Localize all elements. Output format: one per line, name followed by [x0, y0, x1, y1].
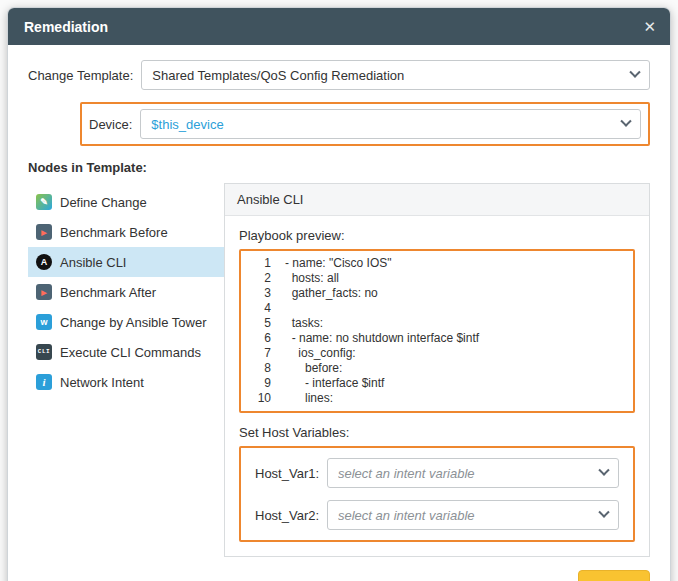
code-line: 7 ios_config:: [241, 346, 629, 361]
sidebar-item-execute-cli-commands[interactable]: CLI Execute CLI Commands: [28, 337, 224, 367]
cli-icon: CLI: [36, 344, 52, 360]
host-var1-label: Host_Var1:: [255, 466, 327, 481]
playbook-preview[interactable]: 1- name: "Cisco IOS" 2 hosts: all 3 gath…: [239, 249, 635, 413]
remediation-dialog: Remediation ✕ Change Template: Shared Te…: [7, 7, 671, 581]
host-variables-box: Host_Var1: select an intent variable Hos…: [239, 446, 635, 542]
nodes-list: ✎ Define Change ▶ Benchmark Before A Ans…: [28, 183, 224, 557]
host-var1-select[interactable]: select an intent variable: [327, 458, 619, 488]
code-line: 6 - name: no shutdown interface $intf: [241, 331, 629, 346]
chevron-down-icon: [598, 465, 609, 476]
device-select[interactable]: $this_device: [140, 109, 641, 139]
ok-button[interactable]: OK: [578, 570, 650, 581]
host-var2-placeholder: select an intent variable: [338, 508, 475, 523]
sidebar-item-label: Change by Ansible Tower: [60, 315, 206, 330]
benchmark-before-icon: ▶: [36, 224, 52, 240]
line-number: 4: [241, 301, 271, 316]
line-number: 1: [241, 256, 271, 271]
code-line: 4: [241, 301, 629, 316]
sidebar-item-label: Ansible CLI: [60, 255, 126, 270]
dialog-footer: Cancel OK: [8, 557, 670, 581]
host-var1-placeholder: select an intent variable: [338, 466, 475, 481]
host-var2-label: Host_Var2:: [255, 508, 327, 523]
code-line: 10 lines:: [241, 391, 629, 406]
sidebar-item-label: Network Intent: [60, 375, 144, 390]
playbook-preview-label: Playbook preview:: [239, 228, 635, 243]
code-line: 1- name: "Cisco IOS": [241, 256, 629, 271]
line-text: before:: [285, 361, 342, 376]
network-intent-icon: i: [36, 374, 52, 390]
sidebar-item-label: Define Change: [60, 195, 147, 210]
line-number: 2: [241, 271, 271, 286]
host-var2-select[interactable]: select an intent variable: [327, 500, 619, 530]
sidebar-item-ansible-cli[interactable]: A Ansible CLI: [28, 247, 224, 277]
line-number: 5: [241, 316, 271, 331]
panel-title: Ansible CLI: [225, 184, 649, 216]
sidebar-item-benchmark-after[interactable]: ▶ Benchmark After: [28, 277, 224, 307]
host-var-row: Host_Var2: select an intent variable: [255, 500, 619, 530]
line-text: hosts: all: [285, 271, 339, 286]
change-template-value: Shared Templates/QoS Config Remediation: [152, 68, 404, 83]
line-text: - interface $intf: [285, 376, 384, 391]
line-text: tasks:: [285, 316, 323, 331]
cancel-button[interactable]: Cancel: [518, 578, 558, 581]
chevron-down-icon: [598, 507, 609, 518]
host-var-row: Host_Var1: select an intent variable: [255, 458, 619, 488]
code-line: 8 before:: [241, 361, 629, 376]
line-text: ios_config:: [285, 346, 356, 361]
line-number: 3: [241, 286, 271, 301]
line-text: lines:: [285, 391, 333, 406]
nodes-in-template-label: Nodes in Template:: [28, 160, 650, 175]
ansible-tower-icon: w: [36, 314, 52, 330]
dialog-header: Remediation ✕: [8, 8, 670, 45]
line-text: - name: no shutdown interface $intf: [285, 331, 479, 346]
code-line: 9 - interface $intf: [241, 376, 629, 391]
change-template-label: Change Template:: [28, 68, 133, 83]
sidebar-item-benchmark-before[interactable]: ▶ Benchmark Before: [28, 217, 224, 247]
code-line: 5 tasks:: [241, 316, 629, 331]
sidebar-item-network-intent[interactable]: i Network Intent: [28, 367, 224, 397]
device-value: $this_device: [151, 117, 223, 132]
device-highlight-box: Device: $this_device: [80, 102, 650, 146]
sidebar-item-change-by-ansible-tower[interactable]: w Change by Ansible Tower: [28, 307, 224, 337]
dialog-title: Remediation: [24, 19, 108, 35]
change-template-select[interactable]: Shared Templates/QoS Config Remediation: [141, 60, 650, 90]
line-number: 7: [241, 346, 271, 361]
code-line: 3 gather_facts: no: [241, 286, 629, 301]
sidebar-item-label: Execute CLI Commands: [60, 345, 201, 360]
line-number: 10: [241, 391, 271, 406]
line-number: 9: [241, 376, 271, 391]
define-change-icon: ✎: [36, 194, 52, 210]
set-host-variables-label: Set Host Variables:: [239, 425, 635, 440]
line-text: gather_facts: no: [285, 286, 378, 301]
chevron-down-icon: [620, 116, 631, 127]
line-text: - name: "Cisco IOS": [285, 256, 392, 271]
ansible-cli-panel: Ansible CLI Playbook preview: 1- name: "…: [224, 183, 650, 557]
sidebar-item-label: Benchmark Before: [60, 225, 168, 240]
line-number: 6: [241, 331, 271, 346]
line-number: 8: [241, 361, 271, 376]
device-label: Device:: [89, 117, 132, 132]
close-icon[interactable]: ✕: [643, 19, 656, 34]
benchmark-after-icon: ▶: [36, 284, 52, 300]
code-line: 2 hosts: all: [241, 271, 629, 286]
chevron-down-icon: [629, 67, 640, 78]
ansible-icon: A: [36, 254, 52, 270]
sidebar-item-label: Benchmark After: [60, 285, 156, 300]
sidebar-item-define-change[interactable]: ✎ Define Change: [28, 187, 224, 217]
